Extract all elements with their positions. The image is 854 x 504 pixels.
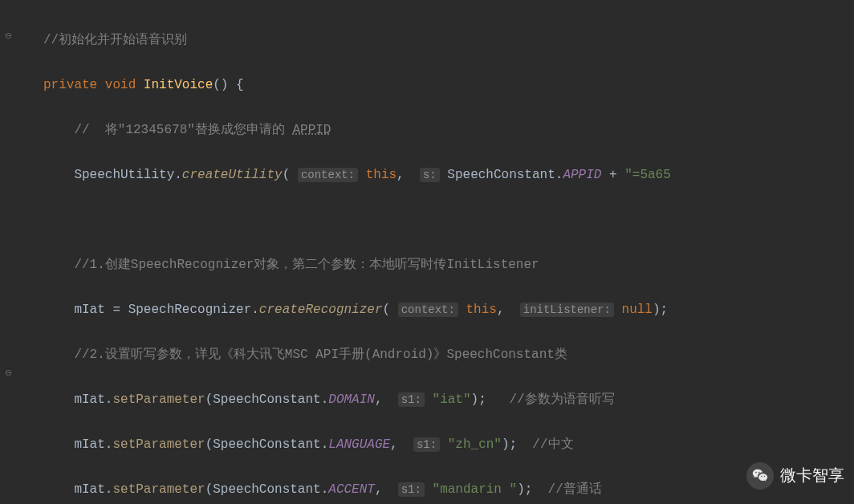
code-line: mIat.setParameter(SpeechConstant.ACCENT,… — [43, 478, 854, 501]
comment: //参数为语音听写 — [510, 392, 615, 407]
string: "zh_cn" — [448, 437, 502, 452]
keyword: this — [466, 303, 497, 317]
keyword: this — [366, 168, 396, 182]
comment-underline: APPID — [292, 123, 331, 137]
punct: . — [174, 168, 182, 182]
watermark-text: 微卡智享 — [780, 461, 844, 490]
code-line: private void InitVoice() { — [43, 74, 854, 96]
identifier: SpeechConstant — [213, 437, 320, 452]
param-hint: s1: — [398, 482, 425, 497]
comment: //初始化并开始语音识别 — [43, 33, 187, 47]
comment: // 将"12345678"替换成您申请的 — [74, 123, 292, 137]
code-line: mIat.setParameter(SpeechConstant.LANGUAG… — [43, 433, 854, 456]
identifier: SpeechUtility — [74, 168, 174, 182]
identifier: SpeechConstant — [447, 168, 555, 182]
string: "mandarin " — [433, 482, 518, 497]
identifier: SpeechConstant — [213, 482, 320, 497]
static-call: createUtility — [182, 168, 283, 182]
identifier: mIat — [74, 437, 104, 452]
keyword: null — [622, 303, 653, 317]
method-call: setParameter — [112, 392, 205, 407]
param-hint: s: — [420, 168, 440, 182]
param-hint: s1: — [413, 437, 440, 452]
identifier: mIat — [74, 482, 104, 497]
comment: //普通话 — [548, 482, 602, 497]
keyword: void — [105, 78, 136, 92]
code-line: SpeechUtility.createUtility( context: th… — [43, 164, 854, 186]
identifier: mIat — [74, 303, 104, 317]
code-line: mIat = SpeechRecognizer.createRecognizer… — [43, 299, 854, 321]
param-hint: context: — [298, 168, 358, 182]
method-name: InitVoice — [144, 78, 213, 92]
constant: ACCENT — [328, 482, 375, 497]
comment: //中文 — [532, 437, 573, 452]
comment: //1.创建SpeechRecognizer对象，第二个参数：本地听写时传Ini… — [74, 258, 539, 272]
method-call: setParameter — [112, 482, 205, 497]
static-call: createRecognizer — [259, 303, 383, 317]
code-editor[interactable]: //初始化并开始语音识别 private void InitVoice() { … — [0, 0, 854, 504]
punct: () { — [213, 78, 243, 92]
constant: DOMAIN — [328, 392, 375, 407]
identifier: mIat — [74, 392, 104, 407]
blank-line — [43, 209, 854, 231]
code-line: mIat.setParameter(SpeechConstant.DOMAIN,… — [43, 388, 854, 411]
string: "iat" — [433, 392, 471, 407]
keyword: private — [43, 78, 97, 92]
constant: LANGUAGE — [328, 437, 390, 452]
watermark: 微卡智享 — [746, 461, 844, 490]
constant: APPID — [563, 168, 601, 182]
code-line: //初始化并开始语音识别 — [43, 29, 854, 51]
param-hint: context: — [398, 303, 458, 317]
comment: //2.设置听写参数，详见《科大讯飞MSC API手册(Android)》Spe… — [74, 348, 567, 362]
method-call: setParameter — [112, 437, 205, 452]
string: "=5a65 — [624, 168, 671, 182]
identifier: SpeechConstant — [213, 392, 320, 407]
param-hint: s1: — [398, 392, 425, 407]
code-line: //2.设置听写参数，详见《科大讯飞MSC API手册(Android)》Spe… — [43, 343, 854, 366]
code-line: // 将"12345678"替换成您申请的 APPID — [43, 119, 854, 141]
wechat-icon — [746, 462, 774, 490]
identifier: SpeechRecognizer — [128, 303, 252, 317]
param-hint: initListener: — [520, 303, 614, 317]
code-line: //1.创建SpeechRecognizer对象，第二个参数：本地听写时传Ini… — [43, 254, 854, 276]
